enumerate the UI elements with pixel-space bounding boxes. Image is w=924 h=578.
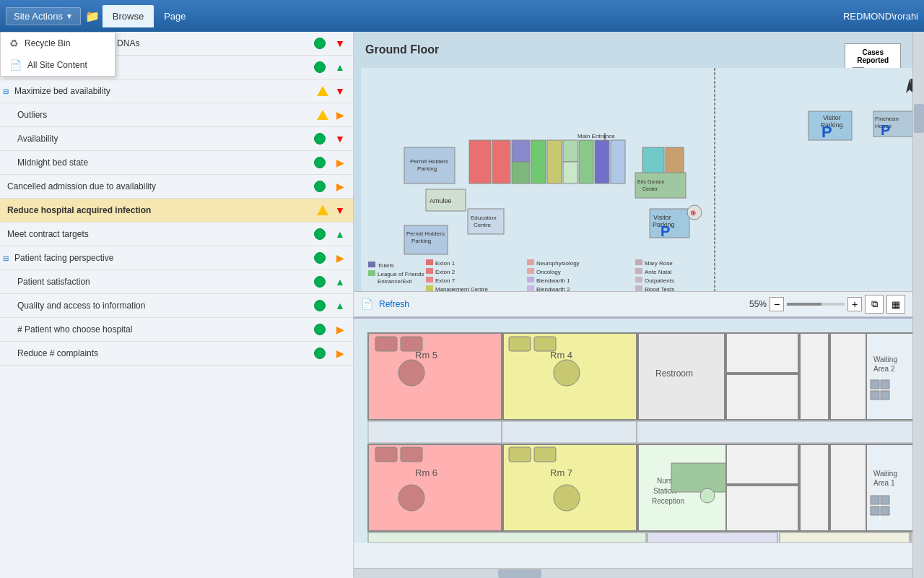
svg-rect-112 [509, 337, 531, 351]
trend-right-icon: ▶ [333, 108, 347, 122]
recycle-bin-item[interactable]: ♻ Recycle Bin [1, 33, 115, 54]
svg-point-114 [554, 360, 580, 386]
row-outliers[interactable]: Outliers ▶ [0, 103, 353, 127]
row-midnight-bed[interactable]: Midnight bed state ▶ [0, 151, 353, 175]
svg-rect-118 [726, 374, 798, 420]
vertical-scrollbar[interactable] [912, 32, 924, 578]
row-maximize-bed[interactable]: ⊟ Maximize bed availability ▼ [0, 79, 353, 103]
svg-rect-88 [635, 259, 642, 265]
svg-text:Rm 7: Rm 7 [550, 467, 572, 478]
status-green-icon [314, 133, 326, 144]
svg-text:League of Friends: League of Friends [378, 271, 424, 277]
row-label: Meet contract targets [3, 226, 310, 242]
trend-right-icon: ▶ [333, 155, 347, 170]
svg-rect-165 [911, 532, 912, 543]
ground-floor-svg: N Visitor Parking P Finchean House P Per… [361, 68, 912, 291]
svg-text:Centre: Centre [474, 222, 492, 228]
row-label: # Patient who choose hospital [3, 322, 310, 337]
svg-rect-140 [509, 447, 531, 462]
svg-rect-20 [547, 140, 562, 184]
svg-point-137 [398, 485, 424, 511]
trend-down-icon: ▼ [333, 131, 347, 146]
svg-rect-18 [512, 162, 530, 184]
trend-down-icon: ▼ [333, 84, 347, 98]
svg-text:Blendwarth 1: Blendwarth 1 [536, 277, 570, 284]
svg-rect-153 [866, 444, 912, 531]
collapse-icon[interactable]: ⊟ [3, 87, 9, 95]
svg-rect-74 [527, 268, 534, 274]
document-icon: 📄 [9, 59, 22, 71]
zoom-controls: 55% − + ⧉ ▦ [749, 295, 905, 314]
svg-text:Toilets: Toilets [378, 262, 394, 269]
folder-icon[interactable]: 📁 [85, 9, 100, 23]
svg-text:Oncology: Oncology [536, 269, 561, 275]
svg-text:Permit Holders: Permit Holders [406, 230, 445, 237]
svg-text:Outpatients: Outpatients [645, 277, 674, 284]
row-patient-satisfaction[interactable]: Patient satisfaction ▲ [0, 270, 353, 294]
horizontal-scrollbar[interactable] [354, 568, 912, 578]
copy-map-button[interactable]: ⧉ [865, 295, 884, 314]
trend-down-icon: ▼ [333, 203, 347, 217]
svg-rect-135 [375, 447, 397, 462]
row-label: Cancelled admission due to availability [3, 178, 310, 194]
zoom-out-button[interactable]: − [770, 297, 784, 311]
svg-rect-58 [426, 285, 433, 291]
scrollbar-thumb[interactable] [498, 569, 541, 578]
tab-browse[interactable]: Browse [103, 5, 154, 27]
svg-rect-94 [635, 285, 642, 291]
svg-text:Eric Gordon: Eric Gordon [637, 179, 664, 184]
row-meet-contract[interactable]: Meet contract targets ▲ [0, 223, 353, 246]
svg-text:Finchean: Finchean [875, 116, 899, 122]
svg-rect-162 [368, 532, 646, 543]
all-site-content-item[interactable]: 📄 All Site Content [1, 54, 115, 76]
svg-point-142 [554, 485, 580, 511]
scrollbar-thumb[interactable] [914, 104, 924, 133]
status-green-icon [314, 228, 326, 240]
svg-rect-24 [595, 140, 609, 184]
row-cancelled-admission[interactable]: Cancelled admission due to availability … [0, 175, 353, 199]
status-yellow-triangle-icon [317, 110, 328, 120]
row-reduce-complaints[interactable]: Reduce # complaints ▶ [0, 342, 353, 366]
svg-rect-141 [534, 447, 556, 462]
legend-title: CasesReported [853, 48, 893, 64]
svg-rect-159 [881, 506, 889, 515]
status-green-icon [314, 348, 326, 359]
svg-rect-17 [512, 140, 530, 162]
svg-rect-108 [401, 337, 422, 351]
row-availability[interactable]: Availability ▼ [0, 127, 353, 151]
zoom-slider[interactable] [787, 303, 845, 306]
status-green-icon [314, 300, 326, 311]
svg-rect-72 [527, 259, 534, 265]
row-patient-facing[interactable]: ⊟ Patient facing perspective ▶ [0, 246, 353, 270]
svg-rect-28 [635, 173, 686, 198]
row-reduce-infection[interactable]: Reduce hospital acquired infection ▼ [0, 199, 353, 223]
collapse-icon[interactable]: ⊟ [3, 254, 9, 262]
status-yellow-triangle-icon [317, 205, 328, 215]
refresh-button[interactable]: Refresh [379, 299, 409, 309]
user-info: REDMOND\rorahi [843, 11, 918, 22]
svg-text:Permit Holders: Permit Holders [410, 158, 448, 165]
svg-text:Management Centre: Management Centre [435, 286, 488, 291]
right-panel: Ground Floor CasesReported High Medium L… [354, 32, 912, 578]
svg-rect-15 [469, 140, 491, 184]
svg-rect-150 [726, 486, 798, 531]
svg-rect-76 [527, 277, 534, 282]
site-actions-button[interactable]: Site Actions ▼ [6, 7, 81, 25]
view-toggle-button[interactable]: ▦ [886, 295, 905, 314]
svg-point-148 [700, 488, 715, 503]
svg-rect-158 [871, 506, 879, 515]
trend-up-icon: ▲ [333, 298, 347, 313]
row-quality-access[interactable]: Quality and access to information ▲ [0, 294, 353, 318]
tab-page[interactable]: Page [154, 5, 196, 27]
status-green-icon [314, 61, 326, 73]
refresh-bar: 📄 Refresh 55% − + ⧉ ▦ [354, 291, 912, 317]
row-patient-choose[interactable]: # Patient who choose hospital ▶ [0, 318, 353, 342]
svg-rect-152 [830, 444, 866, 531]
zoom-in-button[interactable]: + [847, 297, 862, 311]
status-green-icon [314, 252, 326, 264]
main-content: Reduce Re-Admissions and DNAs ▼ Reduce w… [0, 32, 924, 578]
svg-rect-130 [368, 421, 912, 443]
ground-floor-map-section: Ground Floor CasesReported High Medium L… [354, 32, 912, 291]
svg-rect-124 [871, 380, 879, 389]
svg-rect-90 [635, 268, 642, 274]
